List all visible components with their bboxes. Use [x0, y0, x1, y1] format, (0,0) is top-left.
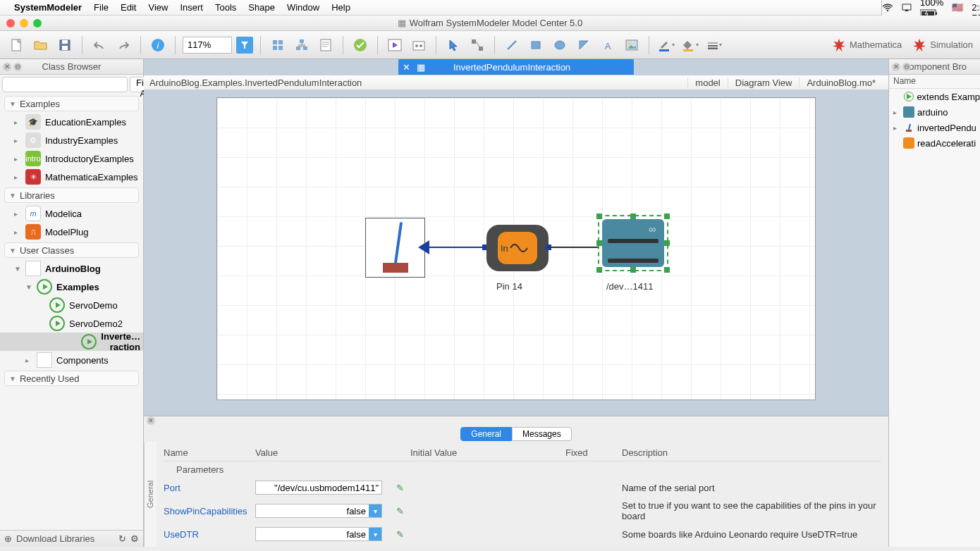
- tree-components[interactable]: ▸Components: [0, 351, 143, 369]
- param-value-input[interactable]: "/dev/cu.usbmodem1411": [255, 481, 382, 495]
- class-search-input[interactable]: [2, 77, 128, 92]
- props-tab-general[interactable]: General: [460, 427, 512, 441]
- ellipse-tool[interactable]: [550, 35, 570, 55]
- line-color-button[interactable]: ▾: [656, 35, 676, 55]
- panel-detach-icon[interactable]: ⊖: [13, 63, 22, 71]
- mathematica-link[interactable]: Mathematica: [831, 37, 902, 53]
- app-menu[interactable]: SystemModeler: [14, 2, 82, 13]
- diagram-canvas[interactable]: In Pin 14 ∞ /dev…1411: [216, 97, 816, 400]
- icon-view-button[interactable]: [268, 35, 288, 55]
- component-invertedpendulum[interactable]: ▸invertedPendu: [889, 120, 980, 135]
- param-name[interactable]: ShowPinCapabilities: [164, 506, 255, 516]
- inverted-pendulum-block[interactable]: [365, 218, 425, 278]
- simulate-button[interactable]: [385, 35, 405, 55]
- props-side-general[interactable]: General: [144, 442, 157, 547]
- menu-window[interactable]: Window: [287, 2, 319, 13]
- new-button[interactable]: [7, 35, 27, 55]
- simulation-link[interactable]: Simulation: [912, 37, 973, 53]
- model-path: ArduinoBlog.Examples.InvertedPendulumInt…: [149, 78, 362, 88]
- download-libraries[interactable]: ⊕Download Libraries ↻ ⚙: [0, 530, 143, 547]
- tree-invertedpendulum[interactable]: Inverte…raction: [0, 333, 143, 351]
- text-view-button[interactable]: [316, 35, 336, 55]
- connect-tool[interactable]: [467, 35, 487, 55]
- line-tool[interactable]: [502, 35, 522, 55]
- menu-edit[interactable]: Edit: [121, 2, 136, 13]
- image-tool[interactable]: [622, 35, 642, 55]
- menu-shape[interactable]: Shape: [248, 2, 275, 13]
- sensor-in-label: In: [501, 243, 508, 254]
- animate-button[interactable]: [409, 35, 429, 55]
- airplay-icon[interactable]: [902, 4, 912, 12]
- menu-insert[interactable]: Insert: [180, 2, 203, 13]
- menu-help[interactable]: Help: [331, 2, 350, 13]
- window-close[interactable]: [6, 19, 15, 27]
- wifi-icon[interactable]: [882, 4, 893, 12]
- arduino-block[interactable]: ∞: [598, 215, 668, 271]
- text-tool[interactable]: A: [598, 35, 618, 55]
- tree-servodemo[interactable]: ServoDemo: [0, 296, 143, 314]
- connection-wire-1[interactable]: [425, 247, 489, 248]
- view-selector[interactable]: Diagram View: [728, 78, 800, 88]
- tree-arduinoblog[interactable]: ▼ArduinoBlog: [0, 259, 143, 278]
- props-close-icon[interactable]: ✕: [147, 416, 155, 425]
- tree-modelica[interactable]: ▸mModelica: [0, 204, 143, 223]
- pointer-tool[interactable]: [443, 35, 463, 55]
- zoom-input[interactable]: 117%: [183, 37, 232, 54]
- check-button[interactable]: [350, 35, 370, 55]
- param-name[interactable]: UseDTR: [164, 529, 255, 540]
- tree-educationexamples[interactable]: ▸🎓EducationExamples: [0, 113, 143, 131]
- param-edit-icon[interactable]: ✎: [396, 529, 410, 540]
- menu-view[interactable]: View: [148, 2, 168, 13]
- tree-modelplug[interactable]: ▸⎍ModelPlug: [0, 223, 143, 241]
- info-button[interactable]: i: [148, 35, 168, 55]
- section-libraries[interactable]: ▼Libraries: [4, 187, 139, 203]
- editor-tab[interactable]: ✕ ▦ InvertedPendulumInteraction: [398, 59, 634, 75]
- tree-servodemo2[interactable]: ServoDemo2: [0, 314, 143, 333]
- param-edit-icon[interactable]: ✎: [396, 506, 410, 516]
- param-edit-icon[interactable]: ✎: [396, 483, 410, 493]
- tree-mathematicaexamples[interactable]: ▸✳MathematicaExamples: [0, 168, 143, 186]
- fill-color-button[interactable]: ▾: [680, 35, 700, 55]
- panel-close-icon[interactable]: ✕: [3, 63, 11, 71]
- param-name[interactable]: Port: [164, 483, 255, 493]
- polygon-tool[interactable]: [574, 35, 594, 55]
- param-value-select[interactable]: false▾: [255, 527, 382, 541]
- undo-button[interactable]: [90, 35, 109, 55]
- save-button[interactable]: [55, 35, 75, 55]
- svg-rect-48: [906, 130, 912, 132]
- zoom-filter-button[interactable]: [236, 37, 253, 54]
- analog-input-block[interactable]: In: [486, 225, 549, 271]
- file-name[interactable]: ArduinoBlog.mo*: [799, 78, 883, 88]
- panel-detach-icon[interactable]: ⊖: [902, 63, 911, 71]
- menu-tools[interactable]: Tools: [215, 2, 236, 13]
- reload-icon[interactable]: ↻: [118, 533, 126, 544]
- connection-wire-2[interactable]: [549, 247, 599, 248]
- model-kind[interactable]: model: [687, 78, 727, 88]
- section-examples[interactable]: ▼Examples: [4, 96, 139, 111]
- diagram-view-button[interactable]: [292, 35, 312, 55]
- component-readacceleration[interactable]: readAccelerati: [889, 135, 980, 151]
- component-col-name[interactable]: Name: [889, 75, 980, 89]
- tab-close-icon[interactable]: ✕: [403, 62, 410, 73]
- tree-examples-folder[interactable]: ▼Examples: [0, 278, 143, 296]
- redo-button[interactable]: [114, 35, 133, 55]
- component-extends[interactable]: extends Examp: [889, 89, 980, 104]
- flag-icon[interactable]: 🇺🇸: [952, 2, 963, 13]
- param-value-select[interactable]: false▾: [255, 504, 382, 518]
- open-button[interactable]: [31, 35, 51, 55]
- component-arduino[interactable]: ▸arduino: [889, 104, 980, 120]
- settings-icon[interactable]: ⚙: [130, 533, 139, 544]
- line-style-button[interactable]: ▾: [704, 35, 724, 55]
- svg-rect-25: [321, 39, 331, 51]
- window-zoom[interactable]: [33, 19, 42, 27]
- section-userclasses[interactable]: ▼User Classes: [4, 242, 139, 258]
- window-minimize[interactable]: [20, 19, 28, 27]
- section-recent[interactable]: ▼Recently Used: [4, 371, 139, 386]
- tree-introductoryexamples[interactable]: ▸introIntroductoryExamples: [0, 149, 143, 168]
- props-tab-messages[interactable]: Messages: [512, 427, 572, 441]
- panel-close-icon[interactable]: ✕: [892, 63, 900, 71]
- menu-file[interactable]: File: [94, 2, 109, 13]
- window-titlebar: ▦Wolfram SystemModeler Model Center 5.0: [0, 16, 980, 31]
- tree-industryexamples[interactable]: ▸⚙IndustryExamples: [0, 131, 143, 149]
- rect-tool[interactable]: [526, 35, 546, 55]
